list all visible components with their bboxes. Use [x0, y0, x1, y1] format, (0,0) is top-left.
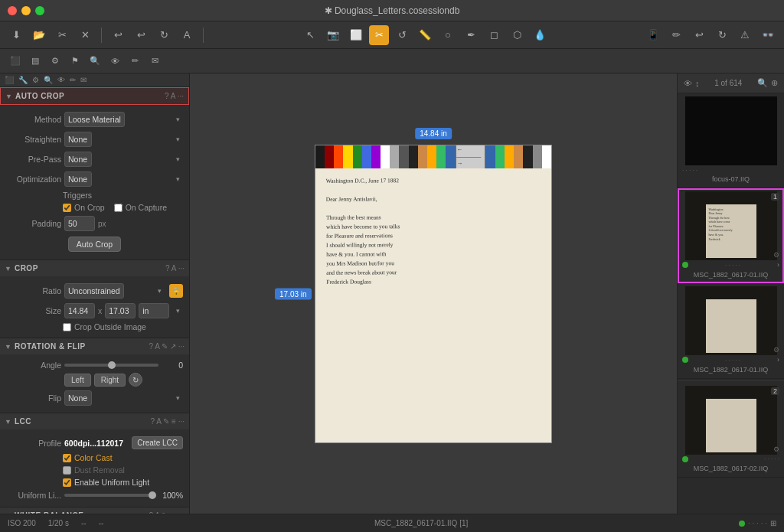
- minimize-button[interactable]: [21, 6, 31, 15]
- angle-slider-track[interactable]: [64, 364, 158, 367]
- crop-outside-label[interactable]: Crop Outside Image: [63, 322, 183, 331]
- on-capture-checkbox[interactable]: [114, 204, 122, 212]
- dust-removal-checkbox[interactable]: [63, 466, 71, 475]
- undo-right-btn[interactable]: ↩: [689, 25, 709, 45]
- panel-tab-5[interactable]: 👁: [56, 75, 67, 85]
- search2-btn[interactable]: 🔍: [86, 52, 104, 70]
- stamp-tool[interactable]: ⬡: [507, 25, 527, 45]
- prepass-select[interactable]: None: [64, 152, 92, 167]
- prepass-select-wrapper: None: [64, 152, 183, 167]
- auto-crop-icons: ? A ···: [165, 92, 184, 100]
- optimization-select[interactable]: None: [64, 171, 92, 187]
- size-unit-wrapper: in: [139, 303, 183, 318]
- crop-active-tool[interactable]: ✂: [369, 25, 389, 45]
- flip-select[interactable]: None: [64, 390, 92, 406]
- pen2-btn[interactable]: ✏: [126, 52, 144, 70]
- uniform-li-track[interactable]: [64, 494, 152, 497]
- redo-right-btn[interactable]: ↻: [712, 25, 732, 45]
- padding-input[interactable]: [64, 216, 95, 231]
- status-expand-btn[interactable]: ⊞: [770, 519, 776, 527]
- size-unit-select[interactable]: in: [139, 303, 169, 318]
- thumbnail-3[interactable]: ⚙ · · · · · › MSC_1882_0617-01.IIQ: [678, 283, 784, 379]
- sync-icon[interactable]: ⊕: [771, 78, 778, 88]
- thumbnail-1[interactable]: · · · · · focus-07.IIQ: [678, 93, 784, 188]
- eraser-tool[interactable]: ◻: [484, 25, 504, 45]
- crop-lock-btn[interactable]: 🔒: [169, 284, 183, 298]
- rotate-right-btn[interactable]: Right: [94, 374, 126, 387]
- auto-crop-header[interactable]: ▼ AUTO CROP ? A ···: [0, 87, 189, 105]
- thumbnail-4[interactable]: 2 ⚙ · · · · · MSC_1882_0617-02.IIQ: [678, 383, 784, 478]
- crop-header[interactable]: ▼ CROP ? A ···: [0, 260, 189, 276]
- auto-crop-btn[interactable]: Auto Crop: [68, 237, 121, 252]
- measure-tool[interactable]: 📏: [415, 25, 435, 45]
- status-green-dot: [739, 521, 745, 527]
- panel-tab-6[interactable]: ✏: [68, 75, 77, 85]
- warning-btn[interactable]: ⚠: [735, 25, 755, 45]
- rotation-title: ROTATION & FLIP: [15, 342, 149, 351]
- undo2-btn[interactable]: ↩: [131, 25, 151, 45]
- panel-tab-7[interactable]: ✉: [79, 75, 88, 85]
- capture-tool[interactable]: 📷: [323, 25, 343, 45]
- size-width-input[interactable]: [64, 303, 95, 318]
- ratio-select[interactable]: Unconstrained: [64, 283, 124, 299]
- rotation-header[interactable]: ▼ ROTATION & FLIP ? A ✎ ↗ ···: [0, 338, 189, 354]
- layout-btn[interactable]: ▤: [26, 52, 44, 70]
- edit-btn[interactable]: ✏: [666, 25, 686, 45]
- enable-uniform-checkbox[interactable]: [63, 478, 71, 487]
- redo-btn[interactable]: ↻: [154, 25, 174, 45]
- thumb-3-nav[interactable]: ›: [777, 356, 779, 364]
- undo-btn[interactable]: ↩: [108, 25, 128, 45]
- flag-btn[interactable]: ⚑: [66, 52, 84, 70]
- thumb-2-paper: WashingtonDear JennyThrough the bestwhic…: [706, 204, 756, 258]
- import-btn[interactable]: ⬇: [6, 25, 26, 45]
- search-icon[interactable]: 🔍: [757, 78, 768, 88]
- sep-2: [203, 28, 204, 43]
- wb-header[interactable]: ▼ WHITE BALANCE ? A ✎ ↗ ···: [0, 508, 189, 514]
- thumb-1-dots: · · · · ·: [682, 167, 697, 174]
- rotate-tool[interactable]: ↺: [392, 25, 412, 45]
- circle-tool[interactable]: ○: [438, 25, 458, 45]
- thumbnail-2-active[interactable]: WashingtonDear JennyThrough the bestwhic…: [678, 188, 784, 283]
- panel-tab-1[interactable]: ⬛: [3, 75, 15, 85]
- color-cast-checkbox[interactable]: [63, 454, 71, 462]
- panel-tab-4[interactable]: 🔍: [42, 75, 54, 85]
- lcc-arrow: ▼: [5, 418, 11, 426]
- device-btn[interactable]: 📱: [643, 25, 663, 45]
- delete-btn[interactable]: ✕: [75, 25, 95, 45]
- create-lcc-btn[interactable]: Create LCC: [132, 436, 183, 449]
- pen-tool[interactable]: ✒: [461, 25, 481, 45]
- method-select[interactable]: Loose Material: [64, 112, 125, 127]
- crop-outside-checkbox[interactable]: [63, 323, 71, 331]
- sort-icon[interactable]: ↕: [695, 79, 700, 88]
- lcc-header[interactable]: ▼ LCC ? A ✎ ≡ ···: [0, 413, 189, 429]
- canvas-area: 14.84 in 17.03 in: [190, 73, 677, 514]
- size-height-input[interactable]: [105, 303, 136, 318]
- on-crop-label[interactable]: On Crop: [63, 203, 105, 212]
- thumb-3-gear[interactable]: ⚙: [773, 344, 779, 354]
- on-capture-label[interactable]: On Capture: [114, 203, 167, 212]
- settings-btn[interactable]: ⚙: [46, 52, 64, 70]
- panel-tab-2[interactable]: 🔧: [17, 75, 29, 85]
- eye2-btn[interactable]: 👁: [106, 52, 124, 70]
- crop-tool-btn[interactable]: ✂: [52, 25, 72, 45]
- rotate-icon-btn[interactable]: ↻: [129, 373, 142, 387]
- thumb-2-gear[interactable]: ⚙: [773, 250, 779, 259]
- straighten-select[interactable]: None: [64, 132, 92, 147]
- scan-tool[interactable]: ⬜: [346, 25, 366, 45]
- maximize-button[interactable]: [35, 6, 44, 15]
- panel-icon-btn[interactable]: ⬛: [6, 52, 24, 70]
- eye-icon[interactable]: 👁: [684, 79, 692, 88]
- on-crop-checkbox[interactable]: [63, 204, 71, 212]
- mail-btn[interactable]: ✉: [145, 52, 164, 70]
- right-header-left-controls: 👁 ↕: [684, 79, 700, 88]
- dropper-tool[interactable]: 💧: [530, 25, 550, 45]
- open-btn[interactable]: 📂: [29, 25, 49, 45]
- panel-tab-3[interactable]: ⚙: [31, 75, 41, 85]
- thumb-4-gear[interactable]: ⚙: [773, 444, 779, 453]
- thumb-2-nav[interactable]: ›: [777, 261, 779, 269]
- text-btn[interactable]: A: [177, 25, 197, 45]
- close-button[interactable]: [8, 6, 17, 15]
- rotate-left-btn[interactable]: Left: [64, 374, 91, 387]
- pointer-tool[interactable]: ↖: [300, 25, 320, 45]
- view-btn[interactable]: 👓: [758, 25, 778, 45]
